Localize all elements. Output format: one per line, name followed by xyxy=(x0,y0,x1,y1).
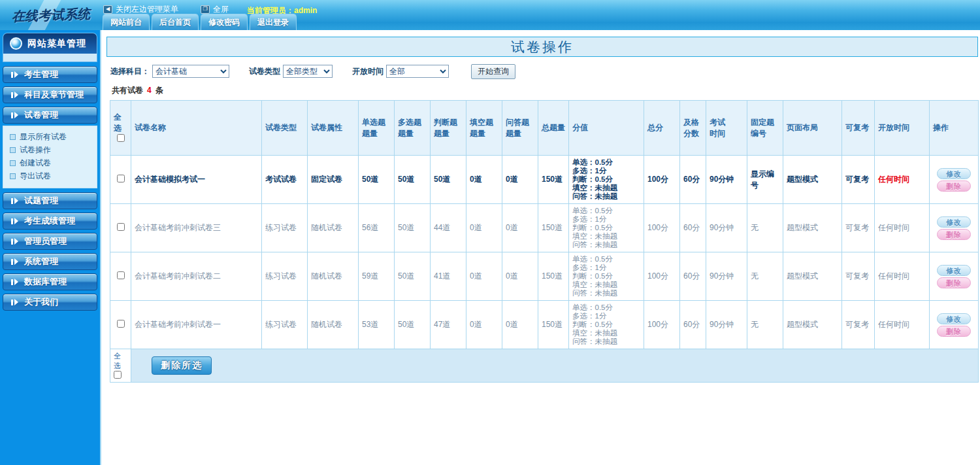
modify-button[interactable]: 修改 xyxy=(937,168,971,179)
tab-logout[interactable]: 退出登录 xyxy=(250,14,297,30)
top-header-bar: 在线考试系统 ◀ 关闭左边管理菜单 ❐ 全屏 当前管理员：admin 网站前台 … xyxy=(0,0,980,30)
submenu-item-create-paper[interactable]: 创建试卷 xyxy=(10,156,97,169)
blank-count: 0道 xyxy=(466,252,502,301)
sidebar-item-score-management[interactable]: 考生成绩管理 xyxy=(3,213,97,230)
sidebar-item-about-us[interactable]: 关于我们 xyxy=(3,294,97,311)
play-arrow-icon xyxy=(11,299,18,305)
col-retake: 可复考 xyxy=(842,101,875,156)
close-left-menu-button[interactable]: ◀ 关闭左边管理菜单 xyxy=(103,4,178,15)
play-arrow-icon xyxy=(11,92,18,98)
square-bullet-icon xyxy=(10,134,16,140)
blank-count: 0道 xyxy=(466,156,502,204)
col-paper-name: 试卷名称 xyxy=(131,101,262,156)
blank-count: 0道 xyxy=(466,204,502,252)
row-checkbox[interactable] xyxy=(117,175,125,182)
delete-button[interactable]: 删除 xyxy=(937,181,971,192)
submenu-item-show-all-papers[interactable]: 显示所有试卷 xyxy=(10,130,97,143)
sidebar-item-question-management[interactable]: 试题管理 xyxy=(3,192,97,209)
paper-type: 练习试卷 xyxy=(262,252,308,301)
subject-filter-label: 选择科目： xyxy=(110,66,150,77)
count-suffix: 条 xyxy=(155,86,163,95)
row-checkbox[interactable] xyxy=(117,271,125,279)
sidebar-item-admin-management[interactable]: 管理员管理 xyxy=(3,233,97,250)
submenu-item-paper-operation[interactable]: 试卷操作 xyxy=(10,143,97,156)
row-checkbox[interactable] xyxy=(117,223,125,231)
sidebar-item-system-management[interactable]: 系统管理 xyxy=(3,253,97,270)
delete-selected-button[interactable]: 删除所选 xyxy=(152,356,212,375)
paper-type-select[interactable]: 全部类型 xyxy=(283,65,333,78)
table-row: 会计基础考前冲刺试卷三 练习试卷 随机试卷 56道 50道 44道 0道 0道 … xyxy=(110,204,979,252)
total-score: 100分 xyxy=(644,156,680,204)
retake: 可复考 xyxy=(842,252,875,301)
operations-cell: 修改 删除 xyxy=(930,252,979,301)
col-paper-attr: 试卷属性 xyxy=(308,101,359,156)
qa-count: 0道 xyxy=(502,301,538,349)
col-select-all: 全选 xyxy=(110,101,131,156)
paper-name: 会计基础考前冲刺试卷二 xyxy=(131,252,262,301)
table-footer-row: 全选 删除所选 xyxy=(110,349,979,383)
score-detail: 单选：0.5分 多选：1分 判断：0.5分 填空：未抽题 问答：未抽题 xyxy=(569,204,644,252)
page-layout: 题型模式 xyxy=(783,252,842,301)
play-arrow-icon xyxy=(11,238,18,245)
paper-management-submenu: 显示所有试卷 试卷操作 创建试卷 导出试卷 xyxy=(3,126,97,188)
type-filter-label: 试卷类型 xyxy=(249,66,280,77)
footer-select-all-checkbox[interactable] xyxy=(114,371,122,379)
judge-count: 47道 xyxy=(431,301,466,349)
sidebar-item-subject-chapter-management[interactable]: 科目及章节管理 xyxy=(3,86,97,103)
col-single-count: 单选题 题量 xyxy=(359,101,395,156)
pass-score: 60分 xyxy=(680,156,706,204)
col-total-count: 总题量 xyxy=(538,101,569,156)
pass-score: 60分 xyxy=(680,252,706,301)
select-all-checkbox[interactable] xyxy=(117,134,125,142)
square-bullet-icon xyxy=(10,160,16,166)
delete-button[interactable]: 删除 xyxy=(937,326,971,337)
delete-button[interactable]: 删除 xyxy=(937,229,971,240)
exam-time: 90分钟 xyxy=(706,204,747,252)
tab-site-front[interactable]: 网站前台 xyxy=(103,14,150,30)
single-count: 50道 xyxy=(359,156,395,204)
open-time-filter-label: 开放时间 xyxy=(352,66,384,77)
blank-count: 0道 xyxy=(466,301,502,349)
qa-count: 0道 xyxy=(502,204,538,252)
page-layout: 题型模式 xyxy=(783,301,842,349)
judge-count: 50道 xyxy=(431,156,466,204)
sidebar-item-examinee-management[interactable]: 考生管理 xyxy=(3,66,97,83)
paper-name: 会计基础考前冲刺试卷一 xyxy=(131,301,262,349)
sidebar-item-paper-management[interactable]: 试卷管理 xyxy=(3,107,97,124)
paper-attr: 随机试卷 xyxy=(308,252,359,301)
submenu-item-export-paper[interactable]: 导出试卷 xyxy=(10,169,97,182)
paper-name: 会计基础模拟考试一 xyxy=(131,156,262,204)
modify-button[interactable]: 修改 xyxy=(937,216,971,228)
app-logo-text: 在线考试系统 xyxy=(11,5,90,25)
retake: 可复考 xyxy=(842,156,875,204)
paper-attr: 随机试卷 xyxy=(308,204,359,252)
play-arrow-icon xyxy=(11,258,18,265)
play-arrow-icon xyxy=(11,112,18,118)
query-button[interactable]: 开始查询 xyxy=(471,64,515,79)
modify-button[interactable]: 修改 xyxy=(937,265,971,276)
row-checkbox[interactable] xyxy=(117,320,125,328)
fullscreen-button[interactable]: ❐ 全屏 xyxy=(201,4,229,15)
main-content: 试卷操作 选择科目： 会计基础 试卷类型 全部类型 开放时间 全部 开始查询 共… xyxy=(103,30,980,465)
multi-count: 50道 xyxy=(395,301,431,349)
sidebar-item-database-management[interactable]: 数据库管理 xyxy=(3,273,97,290)
col-operations: 操作 xyxy=(930,101,979,156)
paper-name: 会计基础考前冲刺试卷三 xyxy=(131,204,262,252)
tab-admin-home[interactable]: 后台首页 xyxy=(152,14,199,30)
multi-count: 50道 xyxy=(395,156,431,204)
tab-change-password[interactable]: 修改密码 xyxy=(201,14,248,30)
count-prefix: 共有试卷 xyxy=(112,86,143,95)
judge-count: 41道 xyxy=(431,252,466,301)
fixed-number: 显示编号 xyxy=(747,156,783,204)
single-count: 59道 xyxy=(359,252,395,301)
modify-button[interactable]: 修改 xyxy=(937,313,971,324)
operations-cell: 修改 删除 xyxy=(930,204,979,252)
subject-select[interactable]: 会计基础 xyxy=(152,65,229,78)
page-title: 试卷操作 xyxy=(511,38,574,56)
table-row: 会计基础模拟考试一 考试试卷 固定试卷 50道 50道 50道 0道 0道 15… xyxy=(110,156,979,204)
footer-select-all-label: 全选 xyxy=(114,352,121,370)
open-time-select[interactable]: 全部 xyxy=(386,65,449,78)
delete-button[interactable]: 删除 xyxy=(937,277,971,288)
exam-time: 90分钟 xyxy=(706,252,747,301)
judge-count: 44道 xyxy=(431,204,466,252)
